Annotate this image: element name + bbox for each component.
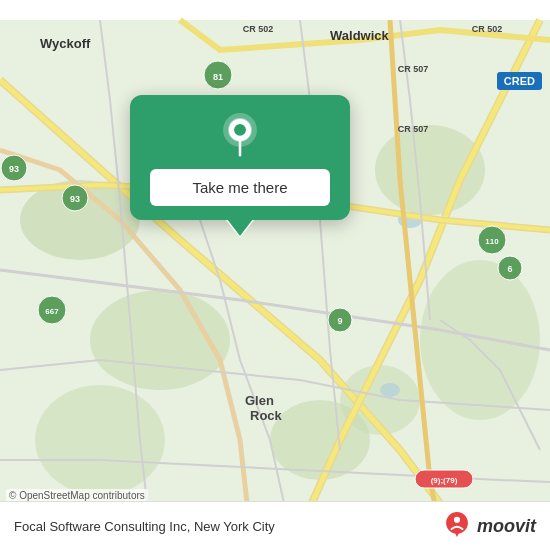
cred-badge-label: CRED [504,75,535,87]
moovit-wordmark: moovit [477,516,536,537]
svg-text:Waldwick: Waldwick [330,28,390,43]
svg-text:93: 93 [70,194,80,204]
osm-copyright-text: © OpenStreetMap contributors [9,490,145,501]
svg-text:Wyckoff: Wyckoff [40,36,91,51]
map-container: 81 93 93 667 9 6 110 (9);(79) CR 502 CR … [0,0,550,550]
location-text: Focal Software Consulting Inc, New York … [14,519,275,534]
location-pin-icon [218,113,262,157]
svg-text:CR 502: CR 502 [472,24,503,34]
svg-text:Rock: Rock [250,408,283,423]
take-me-there-label: Take me there [192,179,287,196]
take-me-there-button[interactable]: Take me there [150,169,330,206]
popup-card: Take me there [130,95,350,220]
svg-text:9: 9 [337,316,342,326]
moovit-logo: moovit [443,512,536,540]
svg-point-37 [234,124,246,136]
map-svg: 81 93 93 667 9 6 110 (9);(79) CR 502 CR … [0,0,550,550]
bottom-bar: Focal Software Consulting Inc, New York … [0,501,550,550]
svg-text:Glen: Glen [245,393,274,408]
svg-text:93: 93 [9,164,19,174]
moovit-pin-icon [443,512,471,540]
svg-text:CR 502: CR 502 [243,24,274,34]
svg-text:667: 667 [45,307,59,316]
svg-text:81: 81 [213,72,223,82]
svg-point-4 [420,260,540,420]
svg-text:(9);(79): (9);(79) [431,476,458,485]
svg-point-6 [35,385,165,495]
svg-point-39 [454,517,460,523]
svg-point-10 [380,383,400,397]
svg-text:110: 110 [485,237,499,246]
cred-badge: CRED [497,72,542,90]
svg-text:CR 507: CR 507 [398,64,429,74]
svg-marker-40 [454,531,460,537]
svg-text:6: 6 [507,264,512,274]
svg-text:CR 507: CR 507 [398,124,429,134]
svg-point-38 [446,512,468,534]
